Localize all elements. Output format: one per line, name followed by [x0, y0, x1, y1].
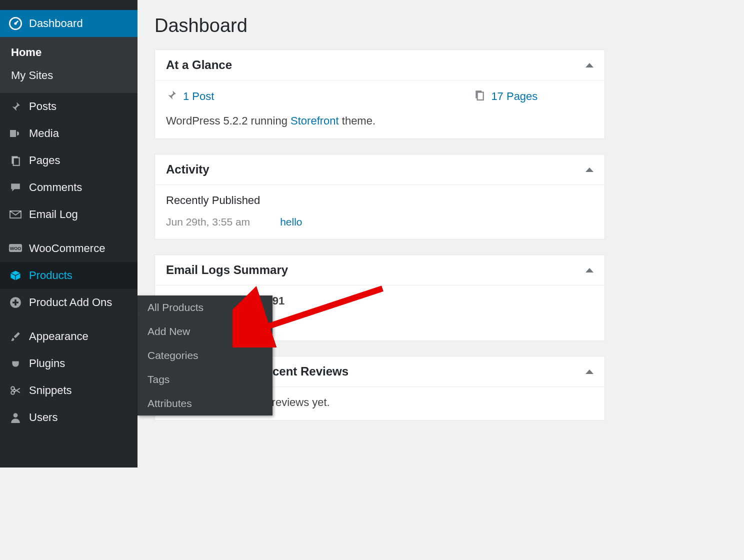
sidebar-label-pages: Pages [29, 154, 60, 167]
panel-header-email-logs: Email Logs Summary [155, 255, 604, 286]
sidebar-item-plugins[interactable]: Plugins [0, 350, 138, 377]
sidebar-item-comments[interactable]: Comments [0, 174, 138, 201]
glance-posts-link[interactable]: 1 Post [183, 90, 214, 103]
wp-version-prefix: WordPress 5.2.2 running [166, 114, 290, 127]
sidebar-item-product-addons[interactable]: Product Add Ons [0, 289, 138, 316]
collapse-toggle-icon[interactable] [586, 268, 594, 272]
panel-title-email-logs: Email Logs Summary [166, 263, 288, 277]
sidebar-label-dashboard: Dashboard [29, 17, 83, 30]
collapse-toggle-icon[interactable] [586, 168, 594, 172]
sidebar-item-media[interactable]: Media [0, 120, 138, 147]
panel-title-glance: At a Glance [166, 58, 232, 72]
sidebar-label-plugins: Plugins [29, 357, 65, 370]
svg-text:WOO: WOO [10, 246, 22, 251]
sidebar-label-media: Media [29, 127, 59, 140]
glance-pages-link[interactable]: 17 Pages [491, 90, 538, 103]
svg-rect-4 [14, 158, 20, 166]
sidebar-subitem-mysites[interactable]: My Sites [0, 64, 138, 87]
woocommerce-icon: WOO [9, 242, 22, 255]
dashboard-submenu: Home My Sites [0, 37, 138, 93]
flyout-all-products[interactable]: All Products [138, 296, 272, 320]
sidebar-item-products[interactable]: Products [0, 262, 138, 289]
theme-link[interactable]: Storefront [290, 114, 339, 127]
sidebar-label-appearance: Appearance [29, 330, 88, 343]
pin-icon [166, 90, 177, 104]
sidebar-item-posts[interactable]: Posts [0, 93, 138, 120]
sidebar-subitem-home[interactable]: Home [0, 41, 138, 64]
sidebar-label-posts: Posts [29, 100, 56, 113]
media-icon [9, 127, 22, 140]
activity-subtitle: Recently Published [166, 194, 594, 207]
brush-icon [9, 330, 22, 343]
sidebar-item-users[interactable]: Users [0, 404, 138, 431]
panel-title-activity: Activity [166, 162, 210, 176]
glance-pages[interactable]: 17 Pages [474, 90, 538, 104]
sidebar-label-product-addons: Product Add Ons [29, 296, 112, 309]
sidebar-item-dashboard[interactable]: Dashboard [0, 10, 138, 37]
wp-version-suffix: theme. [339, 114, 376, 127]
sidebar-item-pages[interactable]: Pages [0, 147, 138, 174]
pages-icon [9, 154, 22, 167]
flyout-add-new[interactable]: Add New [138, 320, 272, 344]
sidebar-label-snippets: Snippets [29, 384, 72, 397]
sidebar-label-email-log: Email Log [29, 208, 78, 221]
activity-post-link[interactable]: hello [280, 216, 302, 228]
sidebar-item-appearance[interactable]: Appearance [0, 323, 138, 350]
svg-point-1 [14, 22, 16, 24]
panel-header-glance: At a Glance [155, 50, 604, 80]
dashboard-icon [9, 17, 22, 30]
pages-icon [474, 90, 485, 104]
pin-icon [9, 100, 22, 113]
sidebar-item-email-log[interactable]: Email Log [0, 201, 138, 228]
user-icon [9, 411, 22, 424]
page-title: Dashboard [154, 15, 605, 36]
products-flyout: All Products Add New Categories Tags Att… [138, 296, 272, 416]
sidebar-label-products: Products [29, 269, 72, 282]
svg-point-11 [14, 413, 18, 418]
sidebar-label-comments: Comments [29, 181, 82, 194]
flyout-categories[interactable]: Categories [138, 344, 272, 368]
box-icon [9, 269, 22, 282]
admin-sidebar: Dashboard Home My Sites Posts Media Page… [0, 0, 138, 468]
sidebar-item-woocommerce[interactable]: WOO WooCommerce [0, 235, 138, 262]
collapse-toggle-icon[interactable] [586, 370, 594, 374]
collapse-toggle-icon[interactable] [586, 63, 594, 68]
flyout-attributes[interactable]: Attributes [138, 392, 272, 416]
plug-icon [9, 357, 22, 370]
sidebar-label-users: Users [29, 411, 58, 424]
activity-date: Jun 29th, 3:55 am [166, 216, 250, 228]
flyout-tags[interactable]: Tags [138, 368, 272, 392]
scissors-icon [9, 384, 22, 397]
sidebar-label-woocommerce: WooCommerce [29, 242, 105, 255]
wp-version-line: WordPress 5.2.2 running Storefront theme… [166, 114, 594, 128]
panel-activity: Activity Recently Published Jun 29th, 3:… [154, 154, 605, 240]
panel-header-activity: Activity [155, 154, 604, 185]
svg-rect-2 [10, 130, 16, 137]
panel-at-a-glance: At a Glance 1 Post 17 Pages [154, 50, 605, 139]
plus-circle-icon [9, 296, 22, 309]
sidebar-item-snippets[interactable]: Snippets [0, 377, 138, 404]
comment-icon [9, 181, 22, 194]
glance-posts[interactable]: 1 Post [166, 90, 214, 104]
envelope-icon [9, 208, 22, 221]
svg-rect-13 [478, 92, 484, 100]
